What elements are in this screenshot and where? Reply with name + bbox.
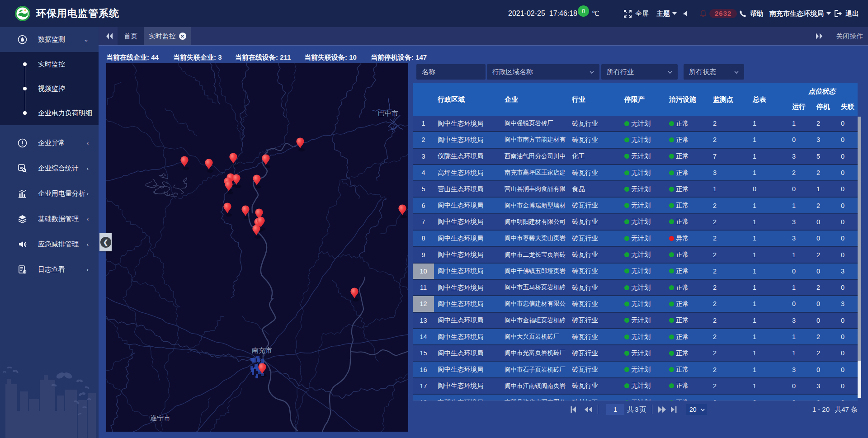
- sidebar-subitem-realtime-monitoring[interactable]: 实时监控: [0, 52, 99, 76]
- table-row[interactable]: 17阆中生态环境局阆中市江南镇阆南页岩砖瓦行业无计划正常21030: [413, 378, 858, 395]
- map-pin[interactable]: [350, 287, 359, 301]
- fullscreen-button[interactable]: 全屏: [623, 0, 649, 27]
- sidebar-item-power-analysis[interactable]: 企业用电量分析 ‹: [0, 181, 99, 206]
- scrollbar-thumb[interactable]: [858, 117, 861, 361]
- cell-stop: 2: [811, 116, 835, 131]
- sidebar-item-log-view[interactable]: 日志查看 ‹: [0, 257, 99, 282]
- table-row[interactable]: 2阆中生态环境局阆中市南方节能建材有砖瓦行业无计划正常21030: [413, 132, 858, 148]
- org-dropdown[interactable]: 南充市生态环境局: [769, 0, 831, 27]
- sidebar-item-enterprise-statistics[interactable]: 企业综合统计 ‹: [0, 155, 99, 181]
- theme-dropdown[interactable]: 主题: [656, 0, 677, 27]
- table-row[interactable]: 15阆中生态环境局阆中市光富页岩机砖厂砖瓦行业无计划正常21120: [413, 345, 858, 362]
- chevron-left-icon: ‹: [87, 165, 89, 172]
- next-page-button[interactable]: [658, 406, 666, 413]
- double-chevron-right-icon[interactable]: [815, 33, 824, 40]
- cell-limit-status: 无计划: [615, 395, 660, 400]
- status-dot-green: [624, 252, 629, 257]
- cell-industry: 砖瓦行业: [570, 116, 615, 131]
- column-header: 总表: [753, 95, 766, 104]
- tab-realtime-monitoring[interactable]: 实时监控 ✕: [144, 27, 191, 45]
- cell-stop: 1: [811, 181, 835, 197]
- close-operations-button[interactable]: 关闭操作: [836, 32, 863, 41]
- table-row[interactable]: 7阆中生态环境局阆中明阳建材有限公司砖瓦行业无计划正常21300: [413, 214, 858, 231]
- cell-stop: 0: [811, 264, 835, 279]
- cell-points: 2: [707, 362, 746, 377]
- cell-points: 2: [707, 214, 746, 230]
- cell-company: 阆中市五马桥页岩机砖: [503, 280, 570, 295]
- sidebar-subitem-video-monitoring[interactable]: 视频监控: [0, 76, 99, 101]
- column-header: 停限产: [624, 95, 645, 104]
- last-page-button[interactable]: [671, 406, 677, 413]
- sidebar-item-enterprise-abnormal[interactable]: 企业异常 ‹: [0, 130, 99, 155]
- sidebar-item-data-monitoring[interactable]: 数据监测 ⌄: [0, 27, 99, 52]
- page-number-input[interactable]: [606, 404, 624, 415]
- table-row[interactable]: 4高坪生态环境局南充市高坪区王家店建砖瓦行业无计划正常31220: [413, 165, 858, 181]
- cell-lost: 0: [835, 395, 858, 400]
- notifications[interactable]: 2632: [699, 0, 737, 27]
- status-dot-green: [624, 154, 629, 159]
- table-scrollbar[interactable]: [858, 117, 861, 398]
- table-row[interactable]: 9阆中生态环境局阆中市二龙长宝页岩砖砖瓦行业无计划正常21120: [413, 247, 858, 263]
- cell-company: 阆中市忠信建材有限公: [503, 296, 570, 311]
- cell-run: 0: [786, 132, 811, 147]
- cell-points: 2: [707, 296, 746, 311]
- table-row[interactable]: 16阆中生态环境局阆中市石子页岩机砖厂砖瓦行业无计划正常21300: [413, 362, 858, 378]
- row-index: 12: [413, 296, 434, 311]
- table-row[interactable]: 12阆中生态环境局阆中市忠信建材有限公砖瓦行业无计划正常21003: [413, 296, 858, 312]
- name-search-input[interactable]: 名称: [416, 64, 486, 80]
- status-dot-green: [624, 334, 629, 339]
- cell-lost: 0: [835, 247, 858, 262]
- table-row[interactable]: 8阆中生态环境局阆中市枣碧大梁山页岩砖瓦行业无计划异常21300: [413, 231, 858, 247]
- cell-lost: 0: [835, 280, 858, 295]
- tabs-scroll-left-button[interactable]: [105, 27, 114, 45]
- table-row[interactable]: 14阆中生态环境局阆中大兴页岩机砖厂砖瓦行业无计划正常21120: [413, 329, 858, 345]
- map-pin[interactable]: [180, 156, 189, 170]
- table-row[interactable]: 1阆中生态环境局阆中强锐页岩砖厂砖瓦行业无计划正常21120: [413, 116, 858, 132]
- region-select[interactable]: 行政区域名称: [487, 64, 599, 80]
- subitem-label: 实时监控: [38, 60, 65, 69]
- sidebar-item-label: 基础数据管理: [38, 215, 79, 223]
- cell-lost: 3: [835, 264, 858, 279]
- logout-button[interactable]: 退出: [834, 0, 859, 27]
- map-pin[interactable]: [241, 205, 250, 219]
- sidebar-item-base-data[interactable]: 基础数据管理 ‹: [0, 206, 99, 231]
- cell-meters: 2: [746, 395, 786, 400]
- cell-stop: 0: [811, 214, 835, 230]
- prev-page-button[interactable]: [585, 406, 592, 413]
- mute-button[interactable]: [683, 0, 690, 27]
- table-row[interactable]: 11阆中生态环境局阆中市五马桥页岩机砖砖瓦行业无计划正常21120: [413, 280, 858, 296]
- cell-company: 阆中市江南镇阆南页岩: [503, 378, 570, 394]
- first-page-button[interactable]: [571, 406, 576, 413]
- bullet-dot-icon: [23, 111, 27, 115]
- table-row[interactable]: 5营山生态环境局营山县润丰肉食品有限食品无计划正常10010: [413, 181, 858, 198]
- cell-company: 阆中强锐页岩砖厂: [503, 116, 570, 131]
- row-index: 7: [413, 214, 434, 230]
- map-panel[interactable]: 巴中市南充市遂宁市: [106, 63, 408, 432]
- table-row[interactable]: 13阆中生态环境局阆中市金福旺页岩机砖砖瓦行业无计划正常21300: [413, 313, 858, 329]
- table-row[interactable]: 6阆中生态环境局阆中市金博瑞新型墙材砖瓦行业无计划正常21120: [413, 198, 858, 214]
- sidebar-subitem-power-load-detail[interactable]: 企业电力负荷明细: [0, 101, 99, 125]
- tab-close-icon[interactable]: ✕: [179, 33, 186, 40]
- industry-select[interactable]: 所有行业: [601, 64, 678, 80]
- page-size-select[interactable]: 20: [686, 404, 707, 415]
- cell-industry: 砖瓦行业: [570, 329, 615, 344]
- tab-home[interactable]: 首页: [118, 27, 144, 45]
- cell-limit-status: 无计划: [615, 362, 660, 377]
- sidebar-item-label: 企业异常: [38, 139, 65, 147]
- sidebar-item-emergency-reduction[interactable]: 应急减排管理 ‹: [0, 231, 99, 257]
- sidebar-collapse-handle[interactable]: ❮: [99, 233, 112, 251]
- cell-meters: 1: [746, 247, 786, 262]
- status-select[interactable]: 所有状态: [684, 64, 744, 80]
- cell-points: 2: [707, 313, 746, 328]
- cell-limit-status: 无计划: [615, 165, 660, 180]
- cell-run: 0: [786, 181, 811, 197]
- table-row[interactable]: 18南部生态环境局南部县砖华水泥有限公砖材加工无计划正常62360: [413, 395, 858, 400]
- cell-industry: 砖瓦行业: [570, 132, 615, 147]
- cell-points: 2: [707, 198, 746, 213]
- table-row[interactable]: 3仪陇生态环境局西南油气田分公司川中化工无计划正常71350: [413, 149, 858, 165]
- help-button[interactable]: 帮助: [739, 0, 764, 27]
- map-pin[interactable]: [398, 204, 407, 218]
- map-pin[interactable]: [223, 203, 232, 217]
- table-row[interactable]: 10阆中生态环境局阆中千佛镇五郎垭页岩砖瓦行业无计划正常21003: [413, 264, 858, 280]
- chevron-down-icon: [668, 70, 672, 75]
